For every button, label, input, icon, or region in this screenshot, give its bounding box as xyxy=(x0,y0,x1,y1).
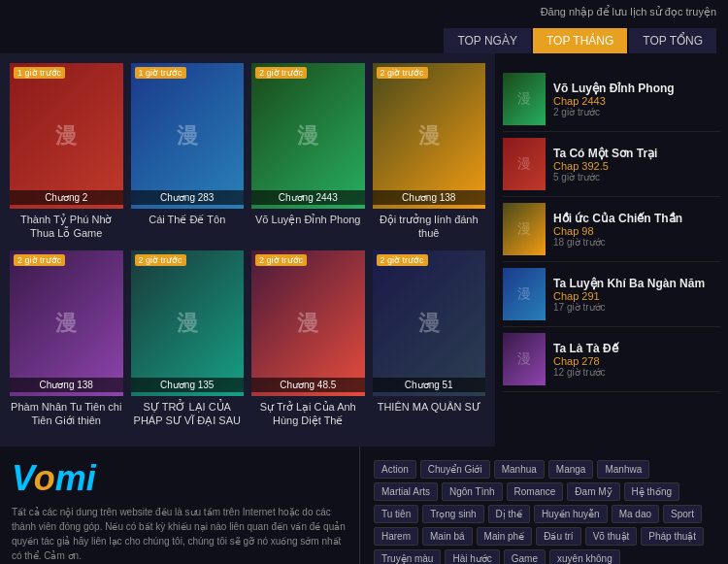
tag-ma-dao[interactable]: Ma dao xyxy=(612,505,659,523)
rank-thumb: 漫 xyxy=(503,138,546,190)
main-layout: 漫 1 giờ trước Chương 2 Thành Tỷ Phú Nhờ … xyxy=(0,53,728,447)
tab-top-thang[interactable]: TOP THÁNG xyxy=(533,28,627,53)
manga-thumb: 漫 1 giờ trước Chương 2 xyxy=(10,63,123,209)
tag-action[interactable]: Action xyxy=(374,460,416,479)
rank-item-4[interactable]: 漫 Ta Là Tà Đế Chap 278 12 giờ trước xyxy=(503,327,720,392)
rank-time: 2 giờ trước xyxy=(553,107,720,117)
rank-title: Ta Luyện Khí Ba Ngàn Năm xyxy=(553,277,720,290)
rank-title: Ta Là Tà Đế xyxy=(553,342,720,355)
tag-hệ-thống[interactable]: Hệ thống xyxy=(624,482,679,501)
tag-truyện-màu[interactable]: Truyện màu xyxy=(374,549,441,564)
rank-info: Võ Luyện Đỉnh Phong Chap 2443 2 giờ trướ… xyxy=(553,82,720,117)
manga-title: Cái Thế Đế Tôn xyxy=(131,213,245,226)
rank-thumb: 漫 xyxy=(503,268,546,320)
manga-card-0[interactable]: 漫 1 giờ trước Chương 2 Thành Tỷ Phú Nhờ … xyxy=(10,63,123,241)
tag-huyền-huyễn[interactable]: Huyền huyễn xyxy=(534,505,608,523)
tag-võ-thuật[interactable]: Võ thuật xyxy=(585,527,638,546)
tag-pháp-thuật[interactable]: Pháp thuật xyxy=(641,527,704,546)
chapter-badge: Chương 2 xyxy=(10,190,123,205)
tag-hài-hước[interactable]: Hài hước xyxy=(445,549,499,564)
rank-info: Hồi ức Của Chiến Thần Chap 98 18 giờ trư… xyxy=(553,212,720,248)
manga-card-r2-2[interactable]: 漫 2 giờ trước Chương 48.5 Sự Trở Lại Của… xyxy=(251,250,365,428)
manga-title: Đội trưởng lính đánh thuê xyxy=(373,213,486,241)
rank-time: 17 giờ trước xyxy=(553,302,720,313)
rank-chapter: Chap 98 xyxy=(553,225,720,237)
manga-thumb: 漫 2 giờ trước Chương 138 xyxy=(373,63,486,209)
rank-item-0[interactable]: 漫 Võ Luyện Đỉnh Phong Chap 2443 2 giờ tr… xyxy=(503,67,720,132)
manga-thumb: 漫 2 giờ trước Chương 2443 xyxy=(251,63,365,209)
manga-title: Sự Trở Lại Của Anh Hùng Diệt Thế xyxy=(251,400,365,428)
tag-main-phế[interactable]: Main phế xyxy=(477,527,533,546)
time-badge: 2 giờ trước xyxy=(377,67,428,79)
manga-grid-row2: 漫 2 giờ trước Chương 138 Phàm Nhân Tu Ti… xyxy=(10,250,485,428)
chapter-badge: Chương 51 xyxy=(373,378,486,392)
tab-top-ngay[interactable]: TOP NGÀY xyxy=(444,28,531,53)
manga-title: SỰ TRỞ LẠI CỦA PHÁP SƯ VĨ ĐẠI SAU xyxy=(131,400,245,428)
tag-sport[interactable]: Sport xyxy=(663,505,702,523)
rank-item-3[interactable]: 漫 Ta Luyện Khí Ba Ngàn Năm Chap 291 17 g… xyxy=(503,262,720,327)
chapter-badge: Chương 135 xyxy=(131,378,245,392)
manga-title: THIÊN MA QUÂN SƯ xyxy=(373,400,486,414)
chapter-badge: Chương 283 xyxy=(131,190,245,205)
tag-dị-thế[interactable]: Dị thế xyxy=(488,505,530,523)
tag-harem[interactable]: Harem xyxy=(374,527,418,546)
tag-đam-mỹ[interactable]: Đam Mỹ xyxy=(567,482,619,501)
manga-card-3[interactable]: 漫 2 giờ trước Chương 138 Đội trưởng lính… xyxy=(373,63,486,241)
chapter-badge: Chương 2443 xyxy=(251,190,365,205)
rank-title: Võ Luyện Đỉnh Phong xyxy=(553,82,720,95)
tag-xuyên-không[interactable]: xuyên không xyxy=(549,549,620,564)
rank-time: 18 giờ trước xyxy=(553,237,720,248)
manga-grid-row1: 漫 1 giờ trước Chương 2 Thành Tỷ Phú Nhờ … xyxy=(10,63,485,241)
footer-description: Tất cả các nội dung trên website đều là … xyxy=(12,505,347,563)
tag-martial-arts[interactable]: Martial Arts xyxy=(374,482,438,501)
rank-chapter: Chap 2443 xyxy=(553,95,720,107)
time-badge: 2 giờ trước xyxy=(14,254,65,266)
footer-left: Vomi Tất cả các nội dung trên website đề… xyxy=(0,447,359,564)
manga-card-r2-3[interactable]: 漫 2 giờ trước Chương 51 THIÊN MA QUÂN SƯ xyxy=(373,250,486,428)
manga-card-1[interactable]: 漫 1 giờ trước Chương 283 Cái Thế Đế Tôn xyxy=(131,63,245,241)
tag-manhwa[interactable]: Manhwa xyxy=(597,460,649,479)
rank-title: Hồi ức Của Chiến Thần xyxy=(553,212,720,225)
chapter-badge: Chương 138 xyxy=(10,378,123,392)
chapter-badge: Chương 48.5 xyxy=(251,378,365,392)
manga-thumb: 漫 2 giờ trước Chương 48.5 xyxy=(251,250,365,396)
chapter-badge: Chương 138 xyxy=(373,190,486,205)
manga-content: 漫 1 giờ trước Chương 2 Thành Tỷ Phú Nhờ … xyxy=(0,53,495,447)
rank-info: Ta Là Tà Đế Chap 278 12 giờ trước xyxy=(553,342,720,378)
time-badge: 1 giờ trước xyxy=(135,67,186,79)
time-badge: 2 giờ trước xyxy=(377,254,428,266)
tag-game[interactable]: Game xyxy=(504,549,546,564)
rank-thumb: 漫 xyxy=(503,333,546,385)
tag-manga[interactable]: Manga xyxy=(548,460,594,479)
tag-chuyển-giới[interactable]: Chuyển Giới xyxy=(420,460,490,479)
time-badge: 2 giờ trước xyxy=(255,254,307,266)
sidebar-ranking: 漫 Võ Luyện Đỉnh Phong Chap 2443 2 giờ tr… xyxy=(495,53,728,447)
logo: Vomi xyxy=(12,458,347,499)
rank-info: Ta Có Một Sơn Trại Chap 392.5 5 giờ trướ… xyxy=(553,147,720,182)
rank-title: Ta Có Một Sơn Trại xyxy=(553,147,720,160)
tab-top-tong[interactable]: TOP TỔNG xyxy=(629,28,716,53)
rank-item-1[interactable]: 漫 Ta Có Một Sơn Trại Chap 392.5 5 giờ tr… xyxy=(503,132,720,197)
rank-info: Ta Luyện Khí Ba Ngàn Năm Chap 291 17 giờ… xyxy=(553,277,720,313)
manga-card-2[interactable]: 漫 2 giờ trước Chương 2443 Võ Luyện Đỉnh … xyxy=(251,63,365,241)
top-tabs: TOP NGÀY TOP THÁNG TOP TỔNG xyxy=(432,24,728,53)
manga-card-r2-1[interactable]: 漫 2 giờ trước Chương 135 SỰ TRỞ LẠI CỦA … xyxy=(131,250,245,428)
manga-title: Thành Tỷ Phú Nhờ Thua Lỗ Game xyxy=(10,213,123,241)
tag-ngôn-tình[interactable]: Ngôn Tình xyxy=(442,482,503,501)
tag-manhua[interactable]: Manhua xyxy=(494,460,545,479)
login-prompt[interactable]: Đăng nhập để lưu lịch sử đọc truyện xyxy=(541,6,716,17)
time-badge: 1 giờ trước xyxy=(14,67,65,79)
tags-section: ActionChuyển GiớiManhuaMangaManhwaMartia… xyxy=(359,447,728,564)
tag-romance[interactable]: Romance xyxy=(507,482,564,501)
rank-item-2[interactable]: 漫 Hồi ức Của Chiến Thần Chap 98 18 giờ t… xyxy=(503,197,720,262)
time-badge: 2 giờ trước xyxy=(255,67,307,79)
tag-đấu-trí[interactable]: Đấu trí xyxy=(536,527,580,546)
manga-card-r2-0[interactable]: 漫 2 giờ trước Chương 138 Phàm Nhân Tu Ti… xyxy=(10,250,123,428)
tag-trọng-sinh[interactable]: Trọng sinh xyxy=(422,505,483,523)
header-bar: Đăng nhập để lưu lịch sử đọc truyện xyxy=(0,0,728,24)
tag-tu-tiên[interactable]: Tu tiên xyxy=(374,505,418,523)
manga-thumb: 漫 2 giờ trước Chương 51 xyxy=(373,250,486,396)
manga-thumb: 漫 1 giờ trước Chương 283 xyxy=(131,63,245,209)
manga-thumb: 漫 2 giờ trước Chương 138 xyxy=(10,250,123,396)
tag-main-bá[interactable]: Main bá xyxy=(422,527,473,546)
